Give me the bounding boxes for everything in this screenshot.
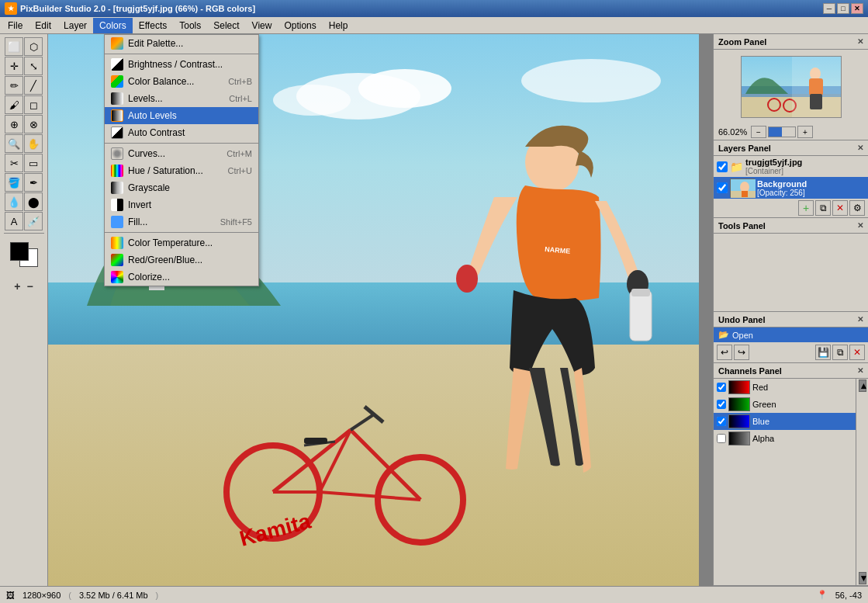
channels-panel-header: Channels Panel ✕ [714,363,868,379]
channel-blue-checkbox[interactable] [717,417,726,426]
tool-pen[interactable]: ✒ [24,173,43,192]
channels-panel-close[interactable]: ✕ [857,366,863,375]
menu-tools[interactable]: Tools [173,18,207,33]
undo-panel-title: Undo Panel [718,315,766,324]
foreground-color-swatch[interactable] [10,242,29,261]
layer-visible-checkbox[interactable] [717,182,728,193]
layer-settings-btn[interactable]: ⚙ [849,200,865,216]
zoom-plus-btn[interactable]: + [797,126,813,138]
tool-hand[interactable]: ✋ [24,134,43,153]
tools-panel-header: Tools Panel ✕ [714,218,868,234]
scrollbar-down-btn[interactable]: ▼ [859,572,866,584]
channel-alpha-label: Alpha [752,434,774,443]
minimize-button[interactable]: ─ [823,3,835,14]
tool-heal[interactable]: ⊗ [24,115,43,133]
channel-red-row[interactable]: Red [714,379,856,396]
dd-fill[interactable]: Fill... Shift+F5 [105,213,258,230]
undo-panel-header: Undo Panel ✕ [714,312,868,327]
channel-alpha-checkbox[interactable] [717,434,726,443]
scrollbar-up-btn[interactable]: ▲ [859,379,866,392]
tool-crop[interactable]: ✂ [5,154,23,172]
tool-move[interactable]: ✛ [5,57,23,75]
undo-clear-btn[interactable]: ✕ [849,345,865,360]
tool-pencil[interactable]: ✏ [5,76,23,95]
tools-panel-content [714,234,868,311]
dd-edit-palette[interactable]: Edit Palette... [105,35,258,52]
status-sep-2: ) [156,591,159,600]
layer-name: Background [757,179,807,189]
dd-auto-levels[interactable]: Auto Levels [105,107,258,124]
menu-colors[interactable]: Colors [93,18,133,33]
dd-brightness-contrast[interactable]: Brightness / Contrast... [105,56,258,73]
dd-auto-contrast[interactable]: Auto Contrast [105,124,258,141]
menu-view[interactable]: View [246,18,278,33]
status-coords-icon: 📍 [817,590,828,600]
zoom-panel-close[interactable]: ✕ [857,37,863,46]
tool-brush[interactable]: 🖌 [5,95,23,114]
tool-eraser[interactable]: ◻ [24,95,43,114]
tool-select-lasso[interactable]: ⬡ [24,37,43,56]
undo-back-btn[interactable]: ↩ [717,345,732,360]
zoom-minus-small[interactable]: + [14,280,20,293]
tool-smudge[interactable]: ⬤ [24,192,43,211]
tool-zoom[interactable]: 🔍 [5,134,23,153]
undo-panel-close[interactable]: ✕ [857,315,863,324]
layer-container-info: trugjgt5yjf.jpg [Container] [745,158,802,175]
undo-action-buttons: 💾 ⧉ ✕ [815,345,865,360]
dd-levels-label: Levels... [128,93,163,104]
dd-curves[interactable]: Curves... Ctrl+M [105,145,258,162]
channel-red-checkbox[interactable] [717,383,726,392]
menu-help[interactable]: Help [323,18,354,33]
dd-grayscale-label: Grayscale [128,182,170,193]
menu-effects[interactable]: Effects [133,18,173,33]
tool-fill[interactable]: 🪣 [5,173,23,192]
menu-select[interactable]: Select [207,18,245,33]
menu-file[interactable]: File [2,18,29,33]
tool-eyedrop[interactable]: 💉 [24,212,43,230]
dd-hue-saturation[interactable]: Hue / Saturation... Ctrl+U [105,162,258,179]
zoom-plus-small[interactable]: − [27,280,33,293]
maximize-button[interactable]: □ [837,3,849,14]
close-button[interactable]: ✕ [851,3,863,14]
undo-copy-btn[interactable]: ⧉ [832,345,848,360]
scrollbar-track[interactable] [859,392,866,572]
layers-panel-close[interactable]: ✕ [857,144,863,152]
fill-icon [111,216,123,228]
layer-add-btn[interactable]: + [798,200,814,216]
dd-hue-shortcut: Ctrl+U [228,166,252,175]
channel-green-checkbox[interactable] [717,400,726,409]
zoom-controls: 66.02% − + [714,124,868,140]
dd-rgb[interactable]: Red/Green/Blue... [105,251,258,269]
menu-edit[interactable]: Edit [29,18,57,33]
tool-clone[interactable]: ⊕ [5,115,23,133]
channels-scrollbar[interactable]: ▲ ▼ [856,379,868,585]
tool-select-rect[interactable]: ⬜ [5,37,23,56]
layer-delete-btn[interactable]: ✕ [832,200,848,216]
dd-color-balance[interactable]: Color Balance... Ctrl+B [105,73,258,90]
dd-invert[interactable]: Invert [105,196,258,213]
tool-line[interactable]: ╱ [24,76,43,95]
tool-transform[interactable]: ⤡ [24,57,43,75]
undo-history-item[interactable]: 📂 Open [714,327,868,342]
undo-save-btn[interactable]: 💾 [815,345,831,360]
layer-background-row[interactable]: Background [Opacity: 256] [714,177,868,199]
zoom-minus-btn[interactable]: − [751,126,766,138]
channel-alpha-row[interactable]: Alpha [714,430,856,447]
layer-container-checkbox[interactable] [717,161,728,172]
zoom-slider[interactable] [768,126,796,137]
dd-color-temperature[interactable]: Color Temperature... [105,234,258,251]
dd-grayscale[interactable]: Grayscale [105,179,258,196]
tool-shape[interactable]: ▭ [24,154,43,172]
layers-panel-header: Layers Panel ✕ [714,140,868,156]
menu-options[interactable]: Options [278,18,322,33]
undo-forward-btn[interactable]: ↪ [734,345,749,360]
dd-levels[interactable]: Levels... Ctrl+L [105,90,258,107]
tool-blur[interactable]: 💧 [5,192,23,211]
tools-panel-close[interactable]: ✕ [857,221,863,230]
dd-colorize[interactable]: Colorize... [105,269,258,286]
channel-blue-row[interactable]: Blue [714,413,856,430]
tool-text[interactable]: A [5,212,23,230]
menu-layer[interactable]: Layer [57,18,93,33]
channel-green-row[interactable]: Green [714,396,856,413]
layer-duplicate-btn[interactable]: ⧉ [815,200,831,216]
